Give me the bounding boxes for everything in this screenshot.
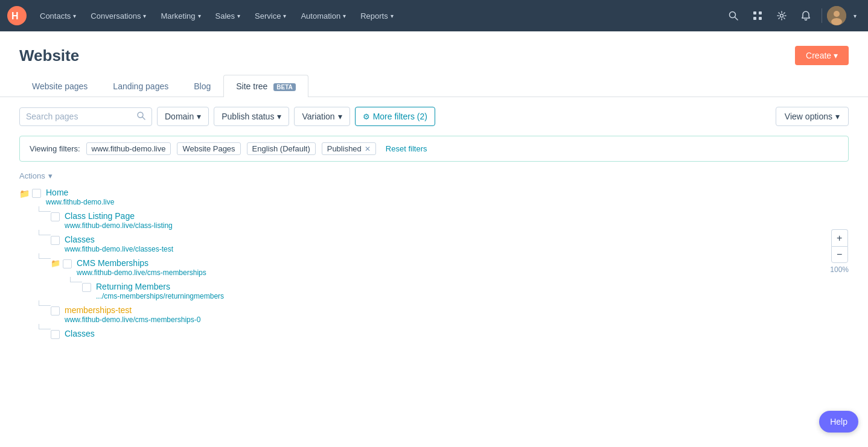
nav-reports[interactable]: Reports ▾	[354, 8, 400, 24]
cms-memberships-checkbox[interactable]	[63, 259, 72, 268]
folder-icon: 📁	[19, 189, 30, 198]
nav-divider	[822, 8, 822, 23]
classes-checkbox[interactable]	[51, 236, 60, 245]
returning-members-title[interactable]: Returning Members	[96, 282, 224, 291]
tree-node-memberships-test: memberships-test www.fithub-demo.live/cm…	[19, 303, 849, 326]
filter-tag-page-type: Website Pages	[177, 142, 240, 155]
classes-2-checkbox[interactable]	[51, 330, 60, 339]
filter-icon: ⚙	[363, 112, 370, 121]
chevron-down-icon: ▾	[343, 13, 346, 19]
page-title: Website	[19, 46, 79, 65]
zoom-out-button[interactable]: −	[831, 246, 848, 263]
domain-filter[interactable]: Domain ▾	[157, 107, 209, 126]
svg-text:H: H	[11, 11, 19, 21]
filter-tag-language: English (Default)	[247, 142, 316, 155]
memberships-test-url[interactable]: www.fithub-demo.live/cms-memberships-0	[65, 315, 200, 324]
filters-label: Viewing filters:	[30, 144, 80, 153]
svg-line-13	[142, 117, 145, 119]
main-content: Website Create ▾ Website pages Landing p…	[0, 31, 868, 447]
classes-url[interactable]: www.fithub-demo.live/classes-test	[65, 245, 173, 253]
chevron-down-icon: ▾	[237, 13, 240, 19]
nav-sales[interactable]: Sales ▾	[209, 8, 247, 24]
home-checkbox[interactable]	[32, 189, 41, 198]
avatar[interactable]	[827, 6, 846, 25]
nav-service[interactable]: Service ▾	[249, 8, 292, 24]
svg-rect-4	[753, 11, 756, 14]
variation-filter[interactable]: Variation ▾	[294, 107, 349, 126]
notifications-icon[interactable]	[795, 5, 817, 27]
svg-rect-5	[759, 11, 762, 14]
tab-site-tree[interactable]: Site tree BETA	[223, 75, 308, 97]
tab-website-pages[interactable]: Website pages	[19, 75, 100, 97]
search-icon[interactable]	[723, 5, 744, 27]
tree-node-cms-memberships: 📁 CMS Memberships www.fithub-demo.live/c…	[19, 256, 849, 279]
help-button[interactable]: Help	[819, 411, 858, 433]
chevron-down-icon: ▾	[277, 112, 281, 121]
tab-blog[interactable]: Blog	[181, 75, 223, 97]
tree-node-classes: Classes www.fithub-demo.live/classes-tes…	[19, 232, 849, 256]
tree-node-class-listing: Class Listing Page www.fithub-demo.live/…	[19, 209, 849, 232]
active-filters-bar: Viewing filters: www.fithub-demo.live We…	[19, 136, 849, 162]
filter-tag-published[interactable]: Published ✕	[322, 142, 376, 155]
chevron-down-icon: ▾	[391, 13, 394, 19]
tabs-bar: Website pages Landing pages Blog Site tr…	[0, 65, 868, 97]
publish-status-filter[interactable]: Publish status ▾	[214, 107, 289, 126]
cms-memberships-url[interactable]: www.fithub-demo.live/cms-memberships	[77, 268, 206, 277]
chevron-down-icon: ▾	[48, 171, 53, 180]
returning-members-url[interactable]: .../cms-memberships/returningmembers	[96, 292, 224, 300]
create-button[interactable]: Create ▾	[795, 46, 849, 65]
settings-icon[interactable]	[771, 5, 793, 27]
svg-point-11	[831, 18, 842, 25]
class-listing-url[interactable]: www.fithub-demo.live/class-listing	[65, 221, 173, 230]
chevron-down-icon: ▾	[198, 13, 201, 19]
nav-marketing[interactable]: Marketing ▾	[155, 8, 206, 24]
apps-icon[interactable]	[747, 5, 768, 27]
actions-row: Actions ▾	[0, 169, 868, 185]
tree-node-returning-members: Returning Members .../cms-memberships/re…	[19, 279, 849, 303]
zoom-level: 100%	[830, 265, 849, 274]
svg-point-8	[780, 14, 783, 17]
svg-rect-6	[753, 17, 756, 20]
top-navigation: H Contacts ▾ Conversations ▾ Marketing ▾…	[0, 0, 868, 31]
nav-contacts[interactable]: Contacts ▾	[34, 8, 82, 24]
svg-rect-7	[759, 17, 762, 20]
class-listing-title[interactable]: Class Listing Page	[65, 211, 173, 221]
cms-memberships-title[interactable]: CMS Memberships	[77, 258, 206, 268]
folder-icon: 📁	[51, 259, 60, 268]
class-listing-checkbox[interactable]	[51, 212, 60, 221]
nav-conversations[interactable]: Conversations ▾	[85, 8, 152, 24]
zoom-controls: + − 100%	[830, 229, 849, 274]
search-box[interactable]	[19, 107, 152, 126]
home-title[interactable]: Home	[46, 188, 114, 197]
hubspot-logo[interactable]: H	[7, 6, 27, 25]
topnav-icons: ▾	[723, 5, 861, 27]
account-menu-chevron[interactable]: ▾	[849, 5, 861, 27]
chevron-down-icon: ▾	[283, 13, 286, 19]
actions-button[interactable]: Actions ▾	[19, 171, 53, 180]
site-tree: 📁 Home www.fithub-demo.live Class Listin…	[0, 185, 868, 341]
view-options-button[interactable]: View options ▾	[776, 107, 849, 126]
classes-2-title[interactable]: Classes	[65, 329, 95, 338]
returning-members-checkbox[interactable]	[82, 283, 91, 292]
remove-published-filter[interactable]: ✕	[365, 145, 371, 153]
memberships-test-title[interactable]: memberships-test	[65, 305, 200, 315]
memberships-test-checkbox[interactable]	[51, 306, 60, 315]
svg-point-10	[834, 11, 840, 17]
beta-badge: BETA	[273, 83, 295, 91]
chevron-down-icon: ▾	[338, 112, 342, 121]
chevron-down-icon: ▾	[835, 112, 840, 121]
home-url[interactable]: www.fithub-demo.live	[46, 198, 114, 206]
classes-title[interactable]: Classes	[65, 235, 173, 244]
tab-landing-pages[interactable]: Landing pages	[100, 75, 181, 97]
tree-node-home: 📁 Home www.fithub-demo.live	[19, 185, 849, 209]
more-filters-button[interactable]: ⚙ More filters (2)	[355, 107, 435, 126]
nav-automation[interactable]: Automation ▾	[295, 8, 352, 24]
filter-tag-domain: www.fithub-demo.live	[86, 142, 171, 155]
reset-filters-link[interactable]: Reset filters	[386, 144, 427, 153]
search-icon	[137, 112, 145, 122]
search-input[interactable]	[26, 112, 133, 121]
tree-node-classes-2: Classes	[19, 326, 849, 341]
chevron-down-icon: ▾	[143, 13, 146, 19]
page-header: Website Create ▾	[0, 31, 868, 65]
zoom-in-button[interactable]: +	[831, 229, 848, 246]
